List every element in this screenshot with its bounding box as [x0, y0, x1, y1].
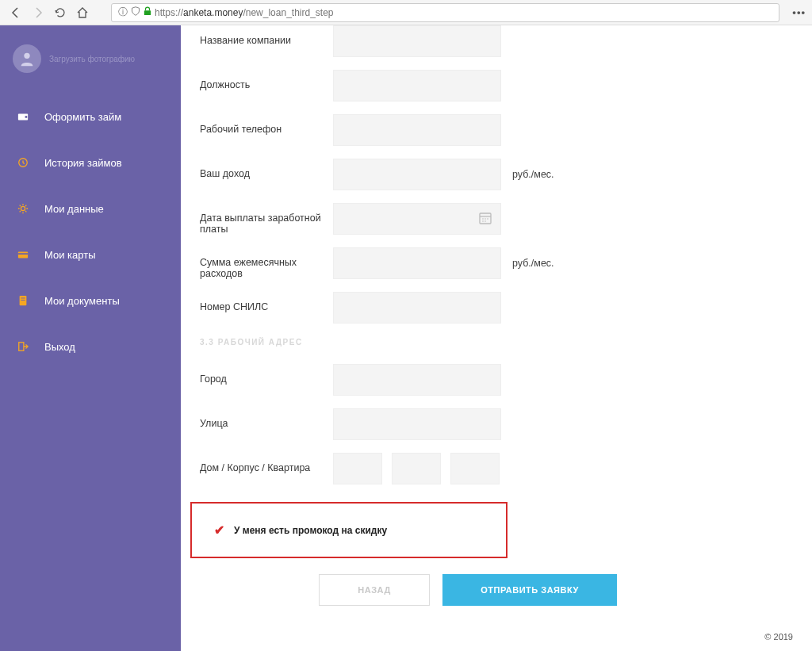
sidebar-item-label: Мои документы: [44, 295, 120, 307]
url-path: /new_loan_third_step: [243, 7, 333, 18]
work-phone-label: Рабочий телефон: [200, 114, 333, 135]
sidebar-item-label: История займов: [44, 157, 122, 169]
exit-icon: [16, 339, 30, 354]
avatar: [13, 44, 41, 73]
house-input[interactable]: [333, 453, 382, 484]
snils-input[interactable]: [333, 292, 501, 324]
url-prefix: https://: [155, 7, 183, 18]
sidebar-item-label: Мои карты: [44, 249, 96, 261]
street-input[interactable]: [333, 408, 501, 440]
calendar-icon: [478, 211, 492, 228]
reload-button[interactable]: [51, 3, 70, 22]
sidebar: Загрузить фотографию Оформить займ Истор…: [0, 25, 181, 651]
sidebar-item-my-cards[interactable]: Мои карты: [0, 232, 181, 278]
city-label: Город: [200, 364, 333, 385]
sidebar-item-my-documents[interactable]: Мои документы: [0, 278, 181, 324]
pay-date-label: Дата выплаты заработной платы: [200, 203, 333, 235]
svg-rect-10: [21, 300, 25, 301]
sidebar-item-label: Выход: [44, 341, 75, 353]
back-nav-button[interactable]: [6, 3, 25, 22]
promo-highlight: ✔ У меня есть промокод на скидку: [190, 502, 508, 558]
shield-icon: [131, 6, 140, 18]
lock-icon: [144, 6, 151, 18]
sidebar-menu: Оформить займ История займов Мои данные …: [0, 94, 181, 370]
main-form: Название компании Должность Рабочий теле…: [181, 25, 812, 651]
copyright: © 2019: [764, 632, 793, 641]
gear-icon: [16, 201, 30, 216]
info-icon: ⓘ: [118, 6, 128, 19]
expenses-label: Сумма ежемесячных расходов: [200, 247, 333, 279]
apartment-input[interactable]: [450, 453, 500, 484]
position-input[interactable]: [333, 70, 501, 101]
svg-point-15: [485, 218, 486, 220]
svg-rect-7: [18, 253, 28, 255]
income-suffix: руб./мес.: [512, 169, 554, 180]
url-host: anketa.money: [183, 7, 243, 18]
expenses-suffix: руб./мес.: [512, 258, 554, 269]
position-label: Должность: [200, 70, 333, 90]
profile-block[interactable]: Загрузить фотографию: [0, 36, 181, 89]
company-input[interactable]: [333, 25, 501, 57]
svg-rect-6: [18, 252, 28, 258]
sidebar-item-label: Мои данные: [44, 203, 104, 215]
svg-point-17: [482, 220, 484, 222]
building-input[interactable]: [392, 453, 441, 484]
svg-point-5: [21, 206, 25, 210]
income-label: Ваш доход: [200, 159, 333, 179]
work-phone-input[interactable]: [333, 114, 501, 146]
svg-point-18: [485, 220, 486, 222]
svg-rect-3: [25, 116, 28, 118]
submit-button[interactable]: ОТПРАВИТЬ ЗАЯВКУ: [442, 574, 617, 606]
menu-dots-icon[interactable]: •••: [792, 6, 806, 18]
home-button[interactable]: [73, 3, 92, 22]
svg-point-16: [487, 218, 488, 220]
sidebar-item-my-data[interactable]: Мои данные: [0, 186, 181, 232]
city-input[interactable]: [333, 364, 501, 396]
forward-nav-button[interactable]: [29, 3, 48, 22]
svg-point-1: [24, 53, 29, 59]
sidebar-item-history[interactable]: История займов: [0, 140, 181, 186]
snils-label: Номер СНИЛС: [200, 292, 333, 312]
street-label: Улица: [200, 408, 333, 429]
svg-rect-9: [21, 298, 25, 299]
section-heading-work-address: 3.3 РАБОЧИЙ АДРЕС: [200, 338, 793, 347]
svg-point-14: [482, 218, 484, 220]
document-icon: [16, 293, 30, 308]
pay-date-input[interactable]: [333, 203, 501, 235]
card-icon: [16, 247, 30, 262]
company-label: Название компании: [200, 25, 333, 46]
svg-rect-11: [19, 343, 24, 351]
back-button[interactable]: НАЗАД: [319, 574, 430, 606]
house-label: Дом / Корпус / Квартира: [200, 453, 333, 473]
url-bar[interactable]: ⓘ https://anketa.money/new_loan_third_st…: [111, 3, 779, 22]
clock-icon: [16, 155, 30, 170]
svg-rect-0: [144, 10, 151, 15]
promo-label: У меня есть промокод на скидку: [234, 525, 387, 536]
upload-photo-label: Загрузить фотографию: [49, 55, 135, 63]
sidebar-item-label: Оформить займ: [44, 111, 121, 123]
sidebar-item-exit[interactable]: Выход: [0, 324, 181, 370]
wallet-icon: [16, 109, 30, 124]
expenses-input[interactable]: [333, 247, 501, 279]
check-icon[interactable]: ✔: [214, 523, 224, 538]
income-input[interactable]: [333, 159, 501, 190]
sidebar-item-new-loan[interactable]: Оформить займ: [0, 94, 181, 140]
browser-toolbar: ⓘ https://anketa.money/new_loan_third_st…: [0, 0, 812, 25]
